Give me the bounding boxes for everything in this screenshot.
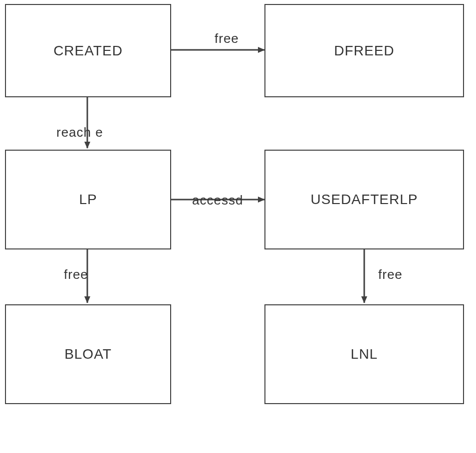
state-lp: LP <box>5 150 171 249</box>
edge-label-created-to-dfreed: free <box>215 31 239 46</box>
state-bloat-label: BLOAT <box>64 346 112 362</box>
state-dfreed: DFREED <box>264 4 464 97</box>
state-diagram: CREATED DFREED LP USEDAFTERLP BLOAT LNL … <box>0 0 476 453</box>
state-usedafterlp-label: USEDAFTERLP <box>311 192 418 208</box>
state-lp-label: LP <box>79 192 97 208</box>
edge-label-created-to-lp: reach e <box>56 125 103 140</box>
state-lnl-label: LNL <box>351 346 378 362</box>
edge-label-lp-to-usedafterlp: accessd <box>192 193 243 208</box>
state-created: CREATED <box>5 4 171 97</box>
edge-label-usedafterlp-to-lnl: free <box>378 267 403 282</box>
state-lnl: LNL <box>264 304 464 404</box>
state-usedafterlp: USEDAFTERLP <box>264 150 464 249</box>
state-dfreed-label: DFREED <box>334 43 394 59</box>
state-bloat: BLOAT <box>5 304 171 404</box>
state-created-label: CREATED <box>53 43 123 59</box>
edge-label-lp-to-bloat: free <box>64 267 88 282</box>
